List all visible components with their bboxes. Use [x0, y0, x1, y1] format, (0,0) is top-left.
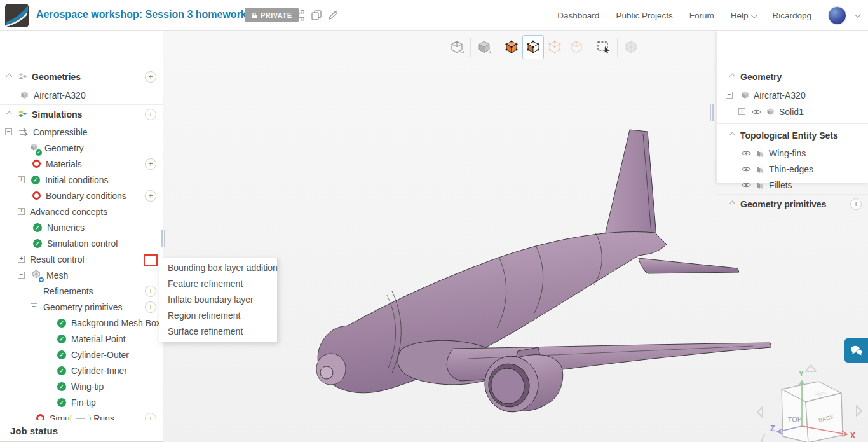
add-simulation-button[interactable]: [145, 109, 156, 120]
complete-status-icon: [57, 366, 66, 375]
complete-status-icon: [57, 382, 66, 391]
lock-icon: [251, 11, 257, 19]
expand-expander[interactable]: +: [18, 208, 25, 215]
visibility-eye-icon[interactable]: [742, 149, 751, 157]
chevron-down-icon[interactable]: [855, 11, 861, 18]
topological-entity-sets-header[interactable]: Topological Entity Sets: [717, 127, 868, 143]
complete-status-icon: [57, 335, 66, 343]
scene-tree-panel: Geometry − Aircraft-A320 + Solid1 Topolo…: [717, 31, 868, 183]
volume-select-cube-icon: [504, 39, 519, 55]
tree-item-cylinder-inner[interactable]: Cylinder-Inner: [0, 363, 163, 378]
right-panel-resize-handle[interactable]: [710, 104, 715, 121]
mesh-cube-icon: [623, 39, 639, 55]
geometry-primitives-header[interactable]: Geometry primitives: [717, 196, 868, 212]
tree-item-cylinder-outer[interactable]: Cylinder-Outer: [0, 347, 163, 363]
collapse-chevron-icon[interactable]: [729, 201, 736, 207]
scene-item-fillets[interactable]: Fillets: [717, 177, 868, 193]
collapse-expander[interactable]: −: [18, 272, 25, 279]
tree-item-fin-tip[interactable]: Fin-tip: [0, 394, 163, 410]
share-icon[interactable]: [294, 10, 305, 21]
tree-item-geometry-primitives[interactable]: − Geometry primitives: [0, 299, 163, 315]
toolbar-separator: [498, 38, 498, 57]
menu-item-inflate-boundary-layer[interactable]: Inflate boundary layer: [159, 292, 277, 308]
job-status-drag-handle[interactable]: [71, 415, 90, 420]
visibility-eye-icon[interactable]: [752, 108, 761, 116]
nav-help[interactable]: Help: [731, 11, 756, 20]
solid-view-button[interactable]: [473, 35, 495, 59]
scene-item-aircraft-a320[interactable]: − Aircraft-A320: [717, 87, 868, 103]
expand-expander[interactable]: +: [18, 256, 25, 263]
copy-icon[interactable]: [311, 10, 322, 21]
select-faces-button-selected[interactable]: [522, 35, 544, 59]
tree-item-compressible[interactable]: − Compressible: [0, 124, 163, 140]
collapse-chevron-icon[interactable]: [729, 74, 736, 80]
menu-item-bounding-box-layer-addition[interactable]: Bounding box layer addition: [159, 260, 277, 276]
wireframe-view-button[interactable]: [446, 35, 468, 59]
add-geometry-primitive-button[interactable]: [145, 301, 156, 313]
project-title[interactable]: Aerospace workshop: Session 3 homework: [36, 9, 247, 20]
add-refinement-button[interactable]: [145, 286, 156, 297]
vertex-select-cube-icon: [569, 39, 584, 55]
expand-expander[interactable]: +: [738, 108, 745, 115]
tree-item-numerics[interactable]: Numerics: [0, 219, 163, 235]
tree-item-refinements[interactable]: Refinements: [0, 283, 163, 299]
cube-face-top-label[interactable]: TOP: [787, 415, 802, 424]
simulations-icon: [18, 109, 28, 120]
tree-item-initial-conditions[interactable]: + Initial conditions: [0, 172, 163, 188]
add-geometry-button[interactable]: [145, 71, 156, 83]
select-edges-button-disabled: [544, 35, 566, 59]
edit-pencil-icon[interactable]: [327, 10, 339, 21]
nav-username[interactable]: Ricardopg: [772, 11, 811, 20]
collapse-expander[interactable]: −: [726, 92, 733, 99]
view-cube[interactable]: LEFT TOP BACK Y X Z: [754, 360, 868, 442]
tree-item-materials[interactable]: Materials: [0, 156, 163, 172]
add-boundary-condition-button[interactable]: [145, 190, 156, 202]
collapse-expander[interactable]: −: [31, 303, 37, 310]
collapse-expander[interactable]: −: [5, 128, 12, 135]
section-divider: [0, 104, 163, 105]
top-nav: Dashboard Public Projects Forum Help Ric…: [557, 0, 859, 31]
geometry-section-header[interactable]: Geometry: [717, 69, 868, 85]
mesh-view-button-disabled: [620, 35, 642, 59]
tree-item-background-mesh-box[interactable]: Background Mesh Box: [0, 315, 163, 331]
tree-item-sim-geometry[interactable]: Geometry: [0, 140, 163, 156]
menu-item-feature-refinement[interactable]: Feature refinement: [159, 276, 277, 292]
visibility-eye-icon[interactable]: [742, 165, 751, 173]
view-toolbar: [446, 35, 642, 59]
nav-public-projects[interactable]: Public Projects: [616, 11, 672, 20]
tree-item-boundary-conditions[interactable]: Boundary conditions: [0, 188, 163, 204]
nav-dashboard[interactable]: Dashboard: [557, 11, 599, 20]
add-geometry-primitive-button[interactable]: [850, 198, 862, 210]
sidebar-resize-handle[interactable]: [161, 230, 166, 247]
aircraft-model[interactable]: [308, 125, 778, 442]
job-status-bar[interactable]: Job status: [0, 420, 163, 442]
collapse-chevron-icon[interactable]: [6, 111, 13, 118]
box-select-button[interactable]: [593, 35, 614, 59]
tree-item-result-control[interactable]: + Result control: [0, 251, 163, 267]
user-avatar[interactable]: [828, 6, 846, 25]
tree-item-geometries[interactable]: Geometries: [0, 69, 163, 85]
tree-item-simulation-control[interactable]: Simulation control: [0, 235, 163, 251]
scene-item-thin-edges[interactable]: Thin-edges: [717, 161, 868, 177]
visibility-eye-icon[interactable]: [742, 181, 751, 189]
section-divider: [717, 194, 868, 195]
scene-item-wing-fins[interactable]: Wing-fins: [717, 145, 868, 161]
tree-item-wing-tip[interactable]: Wing-tip: [0, 378, 163, 394]
incomplete-status-icon: [32, 160, 41, 168]
collapse-chevron-icon[interactable]: [729, 132, 736, 139]
scene-item-solid1[interactable]: + Solid1: [717, 104, 868, 120]
chat-button[interactable]: [844, 338, 868, 363]
simscale-logo[interactable]: [5, 4, 29, 27]
nav-forum[interactable]: Forum: [689, 11, 714, 20]
tree-item-aircraft-a320[interactable]: Aircraft-A320: [0, 87, 163, 103]
menu-item-region-refinement[interactable]: Region refinement: [159, 308, 277, 324]
tree-item-advanced-concepts[interactable]: + Advanced concepts: [0, 204, 163, 219]
expand-expander[interactable]: +: [18, 176, 25, 183]
tree-item-mesh[interactable]: − Mesh: [0, 267, 163, 283]
select-volumes-button[interactable]: [501, 35, 522, 59]
menu-item-surface-refinement[interactable]: Surface refinement: [159, 324, 277, 340]
tree-item-material-point[interactable]: Material Point: [0, 331, 163, 347]
collapse-chevron-icon[interactable]: [6, 74, 13, 80]
add-material-button[interactable]: [145, 158, 156, 170]
tree-item-simulations[interactable]: Simulations: [0, 106, 163, 122]
